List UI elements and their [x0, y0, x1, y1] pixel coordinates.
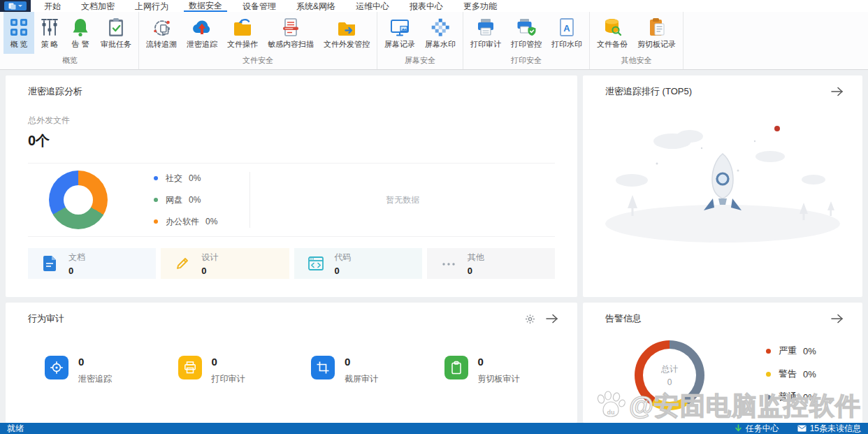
menu-tab-doc-encrypt[interactable]: 文档加密 — [76, 0, 120, 12]
alert-chart-row: 总计 0 严重0%警告0%普通0% — [583, 325, 862, 410]
menu-tab-system-network[interactable]: 系统&网络 — [291, 0, 340, 12]
card-value: 0 — [335, 266, 352, 276]
card-text: 代码0 — [335, 252, 352, 276]
legend-dot — [766, 372, 771, 377]
chevron-down-icon — [18, 5, 22, 7]
ribbon-item-file-operate-folder[interactable]: 文件操作 — [222, 12, 263, 54]
legend-item[interactable]: 网盘0% — [154, 194, 217, 206]
legend-item[interactable]: 办公软件0% — [154, 216, 217, 228]
legend-value: 0% — [803, 346, 816, 356]
panel-title: 行为审计 — [28, 312, 525, 325]
unread-messages-button[interactable]: 15条未读信息 — [797, 423, 861, 434]
mail-icon — [797, 425, 806, 432]
panel-behavior-audit: 行为审计 0泄密追踪0打印审计0截屏审计0剪切板审计 — [6, 303, 577, 423]
ribbon-item-file-backup[interactable]: 文件备份 — [592, 12, 632, 54]
main-menu: 开始文档加密上网行为数据安全设备管理系统&网络运维中心报表中心更多功能 — [39, 0, 512, 12]
legend-item[interactable]: 社交0% — [154, 173, 217, 185]
ribbon-item-file-outgoing-folder[interactable]: 文件外发管控 — [319, 12, 375, 54]
audit-stat-item: 0剪切板审计 — [444, 356, 578, 385]
ribbon-group-items: 概 览策 略告 警审批任务 — [3, 12, 136, 54]
legend-dot — [766, 395, 771, 400]
print-control-icon — [516, 17, 537, 38]
total-outgoing-files: 总外发文件 0个 — [28, 115, 577, 150]
donut-center-value: 0 — [667, 377, 672, 387]
unread-messages-label: 15条未读信息 — [810, 423, 861, 434]
total-label: 总外发文件 — [28, 115, 577, 126]
menu-tab-device-mgmt[interactable]: 设备管理 — [238, 0, 281, 12]
file-operate-folder-icon — [232, 17, 253, 38]
ribbon-group-3: 打印审计打印管控A打印水印打印安全 — [463, 12, 590, 69]
ribbon-group-1: 流转追溯泄密追踪文件操作敏感内容扫描文件外发管控文件安全 — [139, 12, 377, 69]
ribbon-item-print-watermark[interactable]: A打印水印 — [547, 12, 587, 54]
file-backup-icon — [602, 17, 623, 38]
trace-cycle-icon — [151, 17, 172, 38]
legend-label: 办公软件 — [166, 216, 199, 228]
ribbon-item-leak-cloud[interactable]: 泄密追踪 — [182, 12, 222, 54]
menu-tab-web-behavior[interactable]: 上网行为 — [130, 0, 173, 12]
print-audit-icon — [475, 17, 496, 38]
menu-tab-more-features[interactable]: 更多功能 — [458, 0, 502, 12]
arrow-right-icon[interactable] — [545, 314, 559, 324]
ribbon-group-items: 打印审计打印管控A打印水印 — [465, 12, 587, 54]
alert-legend-item[interactable]: 警告0% — [766, 368, 816, 380]
screen-watermark-icon — [430, 17, 451, 38]
legend-dot — [154, 176, 158, 180]
ribbon-item-print-control[interactable]: 打印管控 — [506, 12, 547, 54]
overview-grid-icon — [8, 17, 29, 38]
panel-header: 告警信息 — [583, 303, 862, 325]
doc-icon — [41, 254, 59, 273]
ribbon-item-policy-sliders[interactable]: 策 略 — [34, 12, 65, 54]
ribbon-group-label: 打印安全 — [465, 54, 587, 69]
ribbon-item-alert-bell[interactable]: 告 警 — [65, 12, 96, 54]
legend-label: 警告 — [779, 368, 797, 380]
menu-tab-ops-center[interactable]: 运维中心 — [351, 0, 394, 12]
gear-icon[interactable] — [525, 314, 535, 324]
panel-title: 告警信息 — [605, 312, 830, 325]
card-value: 0 — [201, 266, 218, 276]
legend-value: 0% — [189, 195, 201, 205]
app-menu-button[interactable] — [4, 1, 27, 10]
legend-value: 0% — [803, 392, 816, 403]
audit-stat-item: 0泄密追踪 — [45, 356, 178, 385]
ribbon-item-print-audit[interactable]: 打印审计 — [465, 12, 506, 54]
card-label: 代码 — [335, 252, 352, 263]
ribbon-item-screen-record[interactable]: 屏幕记录 — [379, 12, 420, 54]
ribbon-item-label: 屏幕水印 — [425, 39, 456, 50]
app-window-icon — [8, 3, 16, 10]
card-text: 文档0 — [68, 252, 85, 276]
target-icon — [45, 356, 68, 379]
panel-leak-rank: 泄密追踪排行 (TOP5) — [583, 75, 862, 297]
donut-center-text: 总计 0 — [635, 340, 704, 410]
ribbon-item-label: 打印管控 — [511, 39, 542, 50]
panel-leak-analysis: 泄密追踪分析 总外发文件 0个 社交0%网盘0%办公软件0% 暂无数据 文档0设… — [6, 75, 577, 297]
menu-tab-start[interactable]: 开始 — [39, 0, 66, 12]
menu-tab-report-center[interactable]: 报表中心 — [405, 0, 448, 12]
panel-header: 泄密追踪分析 — [6, 75, 577, 98]
pencil-icon — [173, 254, 191, 273]
legend-dot — [154, 198, 158, 202]
arrow-right-icon[interactable] — [830, 87, 844, 96]
ribbon-item-trace-cycle[interactable]: 流转追溯 — [141, 12, 182, 54]
menu-tab-data-security[interactable]: 数据安全 — [184, 0, 227, 12]
alert-legend-item[interactable]: 严重0% — [766, 345, 816, 357]
ribbon-item-approval-clipboard[interactable]: 审批任务 — [96, 12, 136, 54]
ribbon-item-label: 屏幕记录 — [384, 39, 415, 50]
ribbon-item-overview-grid[interactable]: 概 览 — [3, 12, 34, 54]
ribbon-group-items: 文件备份剪切板记录 — [592, 12, 681, 54]
ribbon-item-screen-watermark[interactable]: 屏幕水印 — [420, 12, 461, 54]
crop-icon — [311, 356, 335, 379]
download-arrow-icon — [735, 424, 742, 433]
panel-title: 泄密追踪分析 — [28, 85, 559, 98]
audit-stats-row: 0泄密追踪0打印审计0截屏审计0剪切板审计 — [6, 356, 577, 385]
alert-legend-item[interactable]: 普通0% — [766, 391, 816, 403]
card-label: 其他 — [468, 252, 484, 263]
legend-label: 社交 — [166, 173, 182, 185]
app-button-area — [0, 0, 31, 12]
ribbon-item-clipboard-record[interactable]: 剪切板记录 — [632, 12, 681, 54]
ribbon-group-label: 其他安全 — [592, 54, 681, 69]
task-center-button[interactable]: 任务中心 — [735, 423, 779, 434]
ribbon-item-sensitive-scan[interactable]: 敏感内容扫描 — [263, 12, 319, 54]
stat-label: 截屏审计 — [345, 373, 378, 385]
arrow-right-icon[interactable] — [830, 314, 844, 324]
empty-data-text: 暂无数据 — [250, 194, 555, 206]
